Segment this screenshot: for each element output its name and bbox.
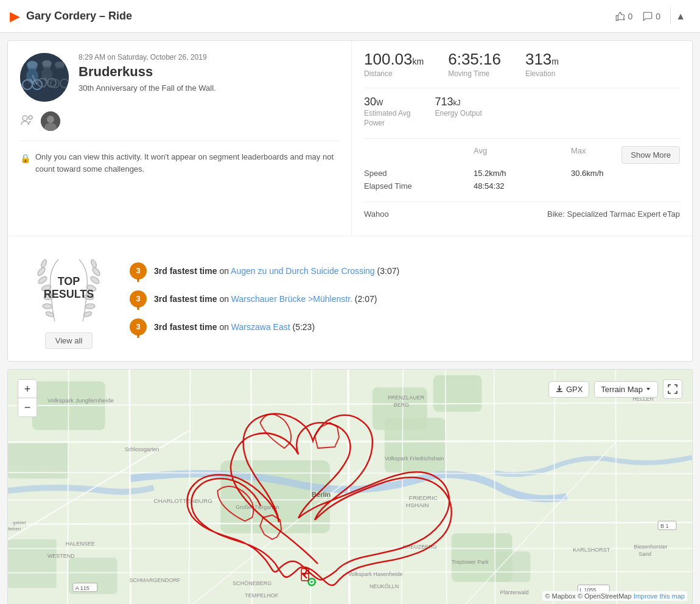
moving-time-value: 6:35:16 [448,51,501,68]
map-section: Volkspark Jungfernheide PRENZLAUER BERG … [7,369,693,604]
stat-energy: 713kJ Energy Output [435,96,482,129]
svg-text:FRIEDRIC: FRIEDRIC [409,494,438,501]
stat-power: 30W Estimated AvgPower [364,96,411,129]
svg-text:Treptower Park: Treptower Park [452,559,489,565]
stat-distance: 100.03km Distance [364,51,424,78]
elapsed-avg: 48:54:32 [474,181,571,191]
zoom-out-button[interactable]: − [18,398,37,416]
medal-badge-3: 3 [130,318,147,335]
svg-text:Volkspark Friedrichshain: Volkspark Friedrichshain [385,455,444,462]
improve-map-link[interactable]: Improve this map [634,592,685,600]
segment-link-2[interactable]: Warschauer Brücke >Mühlenstr. [231,294,352,304]
map-svg: Volkspark Jungfernheide PRENZLAUER BERG … [8,370,692,604]
speed-label: Speed [364,169,474,178]
svg-point-3 [27,61,38,68]
distance-value: 100.03km [364,51,424,68]
activity-header: 8:29 AM on Saturday, October 26, 2019 Br… [20,53,339,102]
col-max-label: Max [571,146,621,164]
svg-text:WESTEND: WESTEND [47,553,75,559]
segment-link-3[interactable]: Warszawa East [231,322,290,332]
thumbs-up-icon [615,11,626,22]
svg-text:Schlossgarten: Schlossgarten [125,446,159,452]
svg-point-20 [29,116,32,119]
medal-badge-1: 3 [130,262,147,279]
stat-elevation: 313m Elevation [525,51,559,78]
privacy-notice: 🔒 Only you can view this activity. It wo… [20,151,339,175]
speed-max: 30.6km/h [571,169,680,178]
svg-text:SCHMARGENDORF: SCHMARGENDORF [130,577,181,583]
svg-text:Sand: Sand [639,551,651,557]
svg-text:Biesenhorster: Biesenhorster [634,544,667,550]
svg-text:BERG: BERG [394,402,409,408]
device-row: Wahoo Bike: Specialized Tarmac Expert eT… [364,202,680,226]
energy-label: Energy Output [435,108,482,119]
svg-text:B 1: B 1 [660,523,668,529]
elevation-label: Elevation [525,69,559,78]
distance-label: Distance [364,69,424,78]
svg-point-34 [90,259,97,269]
header: ▶ Gary Cordery – Ride 0 0 ▲ [0,0,700,33]
energy-value: 713kJ [435,96,482,108]
svg-rect-44 [385,418,446,472]
map-attribution: © Mapbox © OpenStreetMap Improve this ma… [542,591,687,601]
view-all-button[interactable]: View all [45,332,93,349]
zoom-in-button[interactable]: + [18,380,37,398]
chevron-down-icon [645,386,651,392]
fullscreen-button[interactable] [663,379,682,399]
stats-secondary: 30W Estimated AvgPower 713kJ Energy Outp… [364,88,680,139]
col-avg-label: Avg [474,146,571,164]
svg-point-19 [23,116,27,121]
moving-time-label: Moving Time [448,69,501,78]
privacy-text: Only you can view this activity. It won'… [35,151,339,175]
svg-rect-41 [433,376,482,412]
stat-moving-time: 6:35:16 Moving Time [448,51,501,78]
top-results-heading: TOP RESULTS [44,275,94,301]
svg-text:…gebiet: …gebiet [8,520,26,525]
top-results-badge: TOP RESULTS View all [20,248,117,349]
top-results-list: 3 3rd fastest time on Augen zu und Durch… [130,248,680,349]
terrain-map-button[interactable]: Terrain Map [594,381,658,398]
svg-point-36 [85,304,96,309]
svg-text:Volkspark Hasenheide: Volkspark Hasenheide [348,571,402,577]
svg-text:HALENSEE: HALENSEE [66,541,95,547]
people-icon [20,114,33,128]
activity-name: Bruderkuss [79,64,339,80]
show-more-button[interactable]: Show More [621,146,680,164]
power-value: 30W [364,96,411,108]
activity-description: 30th Anniversary of the Fall of the Wall… [79,83,339,93]
svg-point-27 [40,259,47,269]
gpx-button[interactable]: GPX [548,381,589,398]
svg-point-16 [55,61,65,68]
svg-text:KREUZBERG: KREUZBERG [403,544,437,550]
comments-button[interactable]: 0 [642,11,660,22]
map-zoom-controls: + − [18,379,37,417]
elevation-value: 313m [525,51,559,68]
friend-avatar[interactable] [41,111,60,131]
map-background: Volkspark Jungfernheide PRENZLAUER BERG … [8,370,692,604]
svg-text:A 115: A 115 [75,585,89,591]
result-text-2: 3rd fastest time on Warschauer Brücke >M… [154,294,377,304]
device-name: Wahoo [364,209,547,219]
svg-text:TEMPELHOF: TEMPELHOF [245,592,278,599]
svg-rect-47 [8,539,57,588]
svg-point-10 [42,60,52,66]
stats-table: Avg Max Show More Speed 15.2km/h 30.6km/… [364,139,680,202]
svg-text:lieben: lieben [8,526,21,532]
svg-point-29 [43,304,53,309]
activity-top: 8:29 AM on Saturday, October 26, 2019 Br… [8,41,692,236]
svg-point-22 [47,116,54,123]
lock-icon: 🔒 [20,152,30,165]
elapsed-label: Elapsed Time [364,181,474,191]
header-actions: 0 0 ▲ [615,9,690,24]
strava-logo: ▶ [10,9,20,24]
svg-text:HSHAIN: HSHAIN [406,502,429,508]
segment-link-1[interactable]: Augen zu und Durch Suicide Crossing [231,266,375,276]
svg-text:NEUKÖLLN: NEUKÖLLN [369,583,399,589]
main-card: 8:29 AM on Saturday, October 26, 2019 Br… [7,40,693,362]
result-item: 3 3rd fastest time on Warschauer Brücke … [130,290,680,307]
comments-count: 0 [656,12,660,21]
speed-row: Speed 15.2km/h 30.6km/h [364,169,680,178]
chevron-up-button[interactable]: ▲ [670,9,690,24]
kudos-button[interactable]: 0 [615,11,633,22]
download-icon [555,385,564,393]
